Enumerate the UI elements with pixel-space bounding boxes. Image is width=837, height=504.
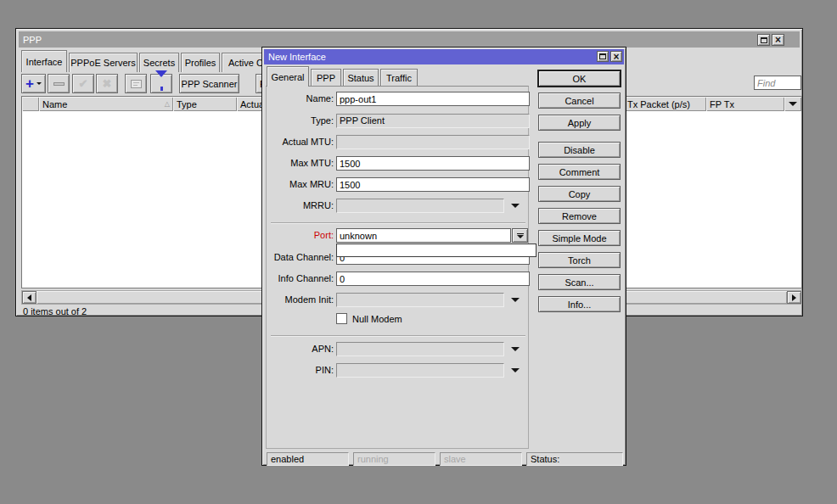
pin-label: PIN:	[264, 365, 334, 375]
column-fp-tx-label: FP Tx	[710, 99, 734, 109]
status-slave: slave	[440, 452, 522, 466]
column-type-label: Type	[177, 99, 197, 109]
type-label: Type:	[264, 115, 334, 126]
minus-icon	[53, 82, 65, 86]
cross-icon: ✖	[103, 77, 112, 90]
modem-init-dropdown-icon[interactable]	[511, 298, 520, 302]
tab-secrets-label: Secrets	[143, 58, 175, 68]
tab-interface-label: Interface	[26, 57, 63, 67]
dialog-tab-status-label: Status	[347, 73, 374, 83]
tab-interface[interactable]: Interface	[21, 50, 67, 72]
copy-button[interactable]: Copy	[538, 186, 621, 202]
sort-ascending-icon: △	[165, 100, 170, 108]
port-field[interactable]	[336, 228, 511, 243]
scroll-left-button[interactable]	[22, 291, 37, 304]
column-name-label: Name	[42, 99, 67, 109]
items-status-text: 0 items out of 2	[23, 306, 87, 316]
mrru-label: MRRU:	[264, 200, 334, 210]
actual-mtu-label: Actual MTU:	[264, 137, 334, 147]
max-mtu-field[interactable]	[336, 156, 530, 171]
remove-button[interactable]: Remove	[538, 208, 621, 224]
check-icon: ✔	[79, 77, 88, 90]
ppp-titlebar[interactable]: PPP	[19, 31, 800, 48]
scan-button[interactable]: Scan...	[538, 274, 621, 290]
tab-pppoe-servers-label: PPPoE Servers	[70, 58, 135, 68]
apn-field	[336, 342, 504, 356]
cancel-button[interactable]: Cancel	[538, 92, 621, 109]
close-icon: ×	[613, 53, 619, 61]
status-label-cell: Status:	[526, 452, 623, 466]
ok-button[interactable]: OK	[538, 70, 621, 87]
null-modem-checkbox[interactable]	[336, 313, 347, 324]
dialog-tab-general[interactable]: General	[267, 66, 309, 87]
ppp-scanner-label: PPP Scanner	[182, 79, 238, 89]
chevron-down-icon	[789, 102, 797, 106]
tab-profiles[interactable]: Profiles	[181, 53, 220, 72]
dialog-tab-traffic[interactable]: Traffic	[380, 69, 418, 87]
port-label: Port:	[264, 230, 334, 240]
add-button[interactable]: +	[21, 74, 46, 93]
column-header-fp-tx[interactable]: FP Tx	[706, 97, 784, 111]
filter-icon	[155, 77, 167, 91]
find-input[interactable]	[754, 76, 801, 90]
apn-dropdown-icon[interactable]	[511, 347, 520, 351]
maximize-icon	[599, 53, 606, 59]
tab-secrets[interactable]: Secrets	[139, 53, 179, 72]
ppp-close-button[interactable]: ×	[772, 34, 784, 46]
port-dropdown-list[interactable]	[336, 244, 536, 257]
dialog-titlebar[interactable]: New Interface	[264, 49, 624, 64]
max-mru-label: Max MRU:	[264, 179, 334, 189]
remove-button[interactable]	[48, 74, 70, 93]
dialog-tab-ppp[interactable]: PPP	[311, 69, 341, 87]
scroll-right-button[interactable]	[787, 291, 801, 304]
disable-button[interactable]: ✖	[96, 74, 118, 93]
dialog-tab-traffic-label: Traffic	[386, 73, 412, 83]
status-running: running	[353, 452, 435, 466]
simple-mode-button[interactable]: Simple Mode	[538, 230, 621, 246]
column-header-type[interactable]: Type	[173, 97, 237, 111]
column-select-button[interactable]	[784, 97, 801, 111]
modem-init-field	[336, 293, 504, 307]
enable-button[interactable]: ✔	[72, 74, 94, 93]
name-field[interactable]	[336, 92, 530, 106]
apn-label: APN:	[264, 344, 334, 354]
ppp-maximize-button[interactable]	[757, 34, 770, 46]
comment-button[interactable]	[125, 74, 147, 93]
dialog-tab-status[interactable]: Status	[343, 69, 379, 87]
ppp-scanner-button[interactable]: PPP Scanner	[179, 74, 239, 93]
filter-button[interactable]	[150, 74, 172, 93]
maximize-icon	[761, 37, 767, 43]
disable-button[interactable]: Disable	[538, 142, 621, 158]
modem-init-label: Modem Init:	[264, 294, 334, 305]
column-header-name[interactable]: Name △	[39, 97, 173, 111]
dialog-close-button[interactable]: ×	[610, 51, 622, 62]
name-label: Name:	[264, 93, 334, 104]
port-dropdown-button[interactable]	[512, 228, 528, 243]
desktop: PPP × Interface PPPoE Servers Secrets Pr…	[0, 0, 837, 504]
type-value: PPP Client	[340, 115, 385, 126]
status-enabled: enabled	[267, 452, 349, 466]
max-mru-field[interactable]	[336, 177, 530, 192]
comment-icon	[131, 80, 142, 88]
tab-profiles-label: Profiles	[185, 58, 216, 68]
info-channel-label: Info Channel:	[264, 273, 334, 283]
section-divider	[271, 222, 525, 224]
data-channel-label: Data Channel:	[264, 252, 334, 262]
null-modem-label: Null Modem	[352, 314, 402, 324]
mrru-dropdown-icon[interactable]	[511, 204, 520, 208]
apply-button[interactable]: Apply	[538, 115, 621, 131]
column-header-blank[interactable]	[22, 97, 39, 111]
dialog-maximize-button[interactable]	[597, 51, 609, 62]
info-button[interactable]: Info...	[538, 296, 621, 312]
actual-mtu-field	[336, 135, 530, 149]
mrru-field	[336, 199, 504, 213]
tab-pppoe-servers[interactable]: PPPoE Servers	[69, 53, 138, 72]
add-dropdown-icon	[37, 82, 42, 85]
info-channel-field[interactable]	[336, 272, 530, 286]
pin-field	[336, 363, 504, 378]
column-header-tx-packet[interactable]: Tx Packet (p/s)	[624, 97, 706, 111]
comment-button[interactable]: Comment	[538, 164, 621, 180]
column-tx-packet-label: Tx Packet (p/s)	[627, 99, 690, 109]
pin-dropdown-icon[interactable]	[511, 368, 520, 372]
torch-button[interactable]: Torch	[538, 252, 621, 268]
